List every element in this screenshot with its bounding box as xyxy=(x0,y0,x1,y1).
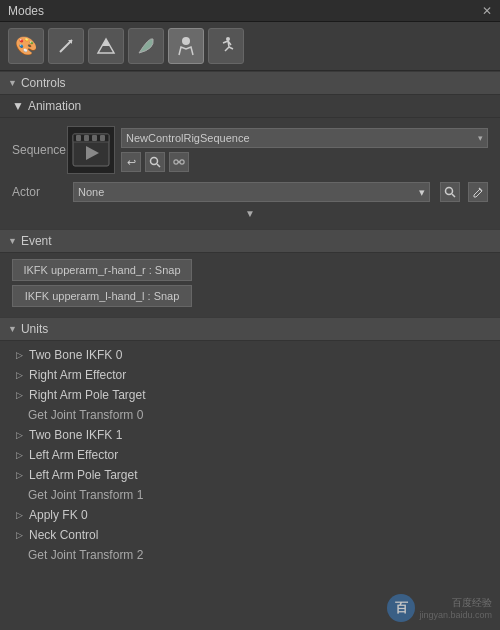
search-actor-button[interactable] xyxy=(440,182,460,202)
svg-point-18 xyxy=(446,188,453,195)
leaf-icon[interactable] xyxy=(128,28,164,64)
unit-item-8[interactable]: ▷Apply FK 0 xyxy=(0,505,500,525)
unit-label-2: Right Arm Pole Target xyxy=(29,388,146,402)
event-triangle: ▼ xyxy=(8,236,17,246)
unit-label-5: Left Arm Effector xyxy=(29,448,118,462)
unit-label-9: Neck Control xyxy=(29,528,98,542)
unit-triangle-2: ▷ xyxy=(16,390,23,400)
unit-item-0[interactable]: ▷Two Bone IKFK 0 xyxy=(0,345,500,365)
unit-item-9[interactable]: ▷Neck Control xyxy=(0,525,500,545)
units-label: Units xyxy=(21,322,48,336)
title-bar-title: Modes xyxy=(8,4,44,18)
mountain-icon[interactable] xyxy=(88,28,124,64)
svg-rect-4 xyxy=(182,37,190,45)
sequence-icons-row: ↩ xyxy=(121,152,488,172)
link-button[interactable] xyxy=(169,152,189,172)
sequence-dropdown-row: NewControlRigSequence ▾ xyxy=(121,128,488,148)
sequence-value: NewControlRigSequence xyxy=(126,132,250,144)
character-icon[interactable] xyxy=(168,28,204,64)
unit-label-1: Right Arm Effector xyxy=(29,368,126,382)
svg-rect-9 xyxy=(84,135,89,141)
units-section: ▷Two Bone IKFK 0▷Right Arm Effector▷Righ… xyxy=(0,341,500,569)
sequence-dropdown-arrow: ▾ xyxy=(478,133,483,143)
unit-triangle-8: ▷ xyxy=(16,510,23,520)
animation-label: Animation xyxy=(28,99,81,113)
event-label: Event xyxy=(21,234,52,248)
sequence-row: Sequence N xyxy=(12,126,488,174)
actor-label: Actor xyxy=(12,185,67,199)
unit-triangle-0: ▷ xyxy=(16,350,23,360)
search-sequence-button[interactable] xyxy=(145,152,165,172)
unit-item-2[interactable]: ▷Right Arm Pole Target xyxy=(0,385,500,405)
event-section-header[interactable]: ▼ Event xyxy=(0,229,500,253)
sequence-label: Sequence xyxy=(12,143,67,157)
watermark-url: jingyan.baidu.com xyxy=(419,610,492,620)
actor-value: None xyxy=(78,186,104,198)
unit-triangle-1: ▷ xyxy=(16,370,23,380)
svg-rect-11 xyxy=(100,135,105,141)
svg-rect-8 xyxy=(76,135,81,141)
unit-sub-item-3[interactable]: Get Joint Transform 0 xyxy=(0,405,500,425)
svg-rect-10 xyxy=(92,135,97,141)
units-triangle: ▼ xyxy=(8,324,17,334)
unit-item-1[interactable]: ▷Right Arm Effector xyxy=(0,365,500,385)
animation-triangle: ▼ xyxy=(12,99,24,113)
down-arrow-icon: ▼ xyxy=(245,208,255,219)
sequence-box: NewControlRigSequence ▾ ↩ xyxy=(67,126,488,174)
event-section: IKFK upperarm_r-hand_r : Snap IKFK upper… xyxy=(0,253,500,317)
unit-label-0: Two Bone IKFK 0 xyxy=(29,348,122,362)
down-arrow-row: ▼ xyxy=(12,206,488,221)
unit-item-4[interactable]: ▷Two Bone IKFK 1 xyxy=(0,425,500,445)
svg-line-14 xyxy=(157,164,160,167)
modes-toolbar: 🎨 xyxy=(0,22,500,71)
controls-section-header[interactable]: ▼ Controls xyxy=(0,71,500,95)
run-icon[interactable] xyxy=(208,28,244,64)
unit-triangle-4: ▷ xyxy=(16,430,23,440)
sculpt-icon[interactable]: 🎨 xyxy=(8,28,44,64)
actor-dropdown[interactable]: None ▾ xyxy=(73,182,430,202)
title-bar: Modes ✕ xyxy=(0,0,500,22)
watermark-text: 百度经验 xyxy=(452,596,492,610)
controls-triangle: ▼ xyxy=(8,78,17,88)
rewind-button[interactable]: ↩ xyxy=(121,152,141,172)
unit-item-5[interactable]: ▷Left Arm Effector xyxy=(0,445,500,465)
svg-rect-16 xyxy=(180,160,184,164)
sequence-right: NewControlRigSequence ▾ ↩ xyxy=(121,128,488,172)
actor-row: Actor None ▾ xyxy=(12,182,488,202)
watermark: 百 百度经验 jingyan.baidu.com xyxy=(387,594,492,622)
actor-dropdown-arrow: ▾ xyxy=(419,186,425,199)
unit-label-8: Apply FK 0 xyxy=(29,508,88,522)
sequence-dropdown[interactable]: NewControlRigSequence ▾ xyxy=(121,128,488,148)
close-button[interactable]: ✕ xyxy=(482,4,492,18)
unit-triangle-6: ▷ xyxy=(16,470,23,480)
unit-triangle-9: ▷ xyxy=(16,530,23,540)
animation-section: Sequence N xyxy=(0,118,500,229)
unit-sub-item-10[interactable]: Get Joint Transform 2 xyxy=(0,545,500,565)
units-section-header[interactable]: ▼ Units xyxy=(0,317,500,341)
edit-actor-button[interactable] xyxy=(468,182,488,202)
unit-item-6[interactable]: ▷Left Arm Pole Target xyxy=(0,465,500,485)
brush-icon[interactable] xyxy=(48,28,84,64)
controls-label: Controls xyxy=(21,76,66,90)
svg-line-19 xyxy=(452,194,455,197)
event-button-0[interactable]: IKFK upperarm_r-hand_r : Snap xyxy=(12,259,192,281)
animation-header[interactable]: ▼ Animation xyxy=(0,95,500,118)
svg-rect-15 xyxy=(174,160,178,164)
unit-label-6: Left Arm Pole Target xyxy=(29,468,138,482)
unit-sub-item-7[interactable]: Get Joint Transform 1 xyxy=(0,485,500,505)
unit-label-4: Two Bone IKFK 1 xyxy=(29,428,122,442)
sequence-controls: NewControlRigSequence ▾ ↩ xyxy=(67,126,488,174)
sequence-thumbnail xyxy=(67,126,115,174)
watermark-logo: 百 xyxy=(387,594,415,622)
svg-point-13 xyxy=(151,158,158,165)
event-button-1[interactable]: IKFK upperarm_l-hand_l : Snap xyxy=(12,285,192,307)
unit-triangle-5: ▷ xyxy=(16,450,23,460)
